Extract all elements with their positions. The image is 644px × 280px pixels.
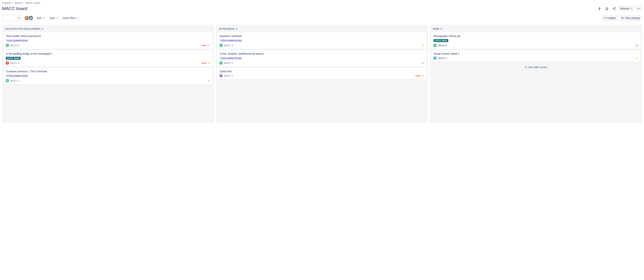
issue-type-icon: [434, 57, 436, 60]
svg-point-16: [7, 63, 8, 64]
epic-tag[interactable]: FY23 LAUNCH PLAN: [6, 39, 28, 42]
card-title: Customer persona 1: The Commuter: [6, 70, 210, 73]
priority-icon: [422, 44, 424, 47]
breadcrumb-current[interactable]: MACC board: [26, 2, 40, 4]
card-title: Research synthesis: [220, 35, 424, 38]
epic-filter[interactable]: Epic: [36, 16, 46, 21]
release-button[interactable]: Release: [618, 6, 634, 12]
issue-card[interactable]: Social content: Week 2MACC-3: [431, 50, 640, 62]
insights-icon: [603, 17, 606, 20]
svg-point-2: [613, 8, 614, 9]
card-title: Team health check post-launch: [6, 35, 210, 38]
epic-tag[interactable]: FY23 LAUNCH PLAN: [220, 39, 242, 42]
share-icon[interactable]: [611, 6, 617, 12]
column-header: SELECTED FOR DEVELOPMENT 3: [4, 27, 213, 33]
search-wrap: [2, 15, 21, 21]
avatar-stack[interactable]: [24, 16, 33, 21]
insights-button[interactable]: Insights: [602, 15, 618, 21]
column-header: DONE 2: [431, 27, 640, 33]
type-filter-label: Type: [50, 17, 55, 20]
column-count: 3: [236, 28, 238, 30]
search-icon: [524, 66, 527, 69]
svg-line-26: [526, 68, 527, 68]
priority-icon: [422, 74, 424, 77]
column-title: DONE: [433, 28, 439, 30]
sprint-dots: [202, 45, 206, 46]
issue-type-icon: [220, 44, 222, 47]
more-icon[interactable]: [636, 6, 642, 12]
avatar-unassigned[interactable]: [28, 16, 33, 21]
issue-key[interactable]: MACC-6: [438, 44, 447, 47]
view-settings-button[interactable]: View settings: [619, 15, 642, 21]
issue-type-icon: [220, 74, 222, 77]
breadcrumb-separator: /: [13, 2, 14, 4]
type-filter[interactable]: Type: [49, 16, 59, 21]
svg-point-25: [525, 66, 527, 68]
search-input[interactable]: [2, 15, 21, 21]
priority-icon: [208, 62, 210, 65]
insights-label: Insights: [607, 17, 616, 20]
issue-key[interactable]: MACC-2: [224, 62, 233, 65]
issue-type-icon: [6, 62, 9, 65]
issue-card[interactable]: Customer persona 1: The CommuterFY23 LAU…: [4, 68, 213, 84]
epic-tag[interactable]: FY23 LAUNCH PLAN: [220, 57, 242, 60]
chevron-down-icon: [56, 17, 58, 19]
column-title: IN PROGRESS: [219, 28, 235, 30]
svg-point-1: [614, 7, 616, 8]
issue-type-icon: [6, 79, 9, 82]
breadcrumb-separator: /: [23, 2, 24, 4]
column-count: 3: [42, 28, 43, 30]
sliders-icon: [621, 17, 624, 20]
priority-icon: [208, 79, 210, 82]
svg-point-14: [622, 17, 622, 18]
priority-icon: [422, 62, 424, 65]
star-icon[interactable]: [604, 6, 610, 12]
chevron-down-icon: [77, 17, 79, 19]
epic-tag[interactable]: FY23 LAUNCH PLAN: [6, 75, 28, 77]
header-actions: Release: [596, 6, 642, 12]
card-title: Photography refresh pls: [434, 35, 638, 38]
svg-point-8: [640, 8, 640, 9]
release-label: Release: [620, 7, 630, 10]
issue-type-icon: [220, 62, 222, 65]
issue-key[interactable]: MACC-7: [224, 75, 233, 77]
issue-card[interactable]: Team health check post-launchFY23 LAUNCH…: [4, 33, 213, 49]
see-older-label: See older issues: [528, 66, 547, 69]
issue-card[interactable]: Research synthesisFY23 LAUNCH PLANMACC-8: [218, 33, 426, 49]
automation-icon[interactable]: [596, 6, 603, 12]
issue-card[interactable]: Comp. Analysis: Multifunctional spacesFY…: [218, 50, 426, 67]
board-column: SELECTED FOR DEVELOPMENT 3Team health ch…: [2, 25, 214, 123]
epic-tag[interactable]: QUICK WINS: [434, 39, 448, 42]
issue-key[interactable]: MACC-1: [10, 79, 19, 82]
breadcrumb: Projects / Board / MACC board: [2, 2, 642, 4]
issue-card[interactable]: Photography refresh plsQUICK WINSMACC-6: [431, 33, 640, 49]
column-title: SELECTED FOR DEVELOPMENT: [5, 28, 40, 30]
quick-filters[interactable]: Quick filters: [62, 16, 80, 21]
svg-line-4: [614, 8, 614, 8]
card-title: Quick wins: [220, 70, 424, 73]
chevron-down-icon: [43, 17, 45, 19]
column-count: 2: [440, 28, 442, 30]
breadcrumb-board[interactable]: Board: [15, 2, 22, 4]
priority-icon: [635, 57, 638, 60]
issue-card[interactable]: Quick winsMACC-7: [218, 68, 426, 79]
quick-filters-label: Quick filters: [63, 17, 76, 20]
issue-key[interactable]: MACC-4: [10, 62, 19, 65]
chevron-down-icon: [630, 8, 633, 10]
priority-icon: [208, 44, 210, 47]
priority-icon: [635, 44, 638, 47]
issue-type-icon: [434, 44, 436, 47]
breadcrumb-projects[interactable]: Projects: [2, 2, 12, 4]
issue-key[interactable]: MACC-5: [10, 44, 19, 47]
issue-type-icon: [6, 44, 9, 47]
issue-key[interactable]: MACC-3: [438, 57, 447, 60]
see-older-link[interactable]: See older issues: [431, 63, 640, 72]
epic-tag[interactable]: QUICK WINS: [6, 57, 20, 60]
svg-point-3: [614, 9, 616, 10]
sprint-dots: [416, 75, 420, 76]
issue-key[interactable]: MACC-8: [224, 44, 233, 47]
kanban-board: SELECTED FOR DEVELOPMENT 3Team health ch…: [2, 25, 642, 123]
svg-point-6: [638, 8, 638, 9]
issue-card[interactable]: Is the padding dodgy on the homepage?!QU…: [4, 50, 213, 67]
view-settings-label: View settings: [625, 17, 640, 20]
